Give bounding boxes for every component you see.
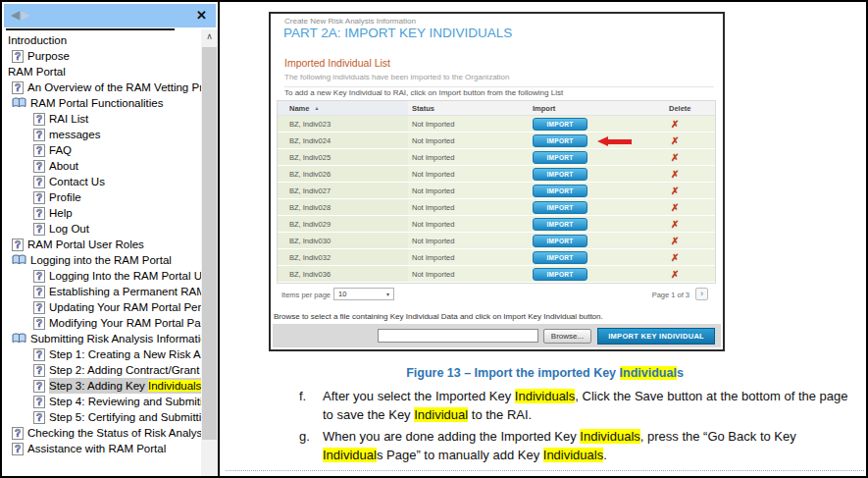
search-highlight: Individual (414, 407, 468, 422)
tree-item[interactable]: Introduction (4, 32, 202, 48)
tree-item[interactable]: ?Establishing a Permanent RAM Po (4, 284, 202, 299)
tree-item[interactable]: RAM Portal Functionalities (4, 95, 202, 111)
import-button[interactable]: IMPORT (533, 218, 587, 231)
close-icon[interactable]: ✕ (196, 8, 207, 23)
tree-item[interactable]: ?Checking the Status of Risk Analysis In (4, 425, 202, 441)
delete-icon[interactable]: ✗ (671, 202, 679, 213)
delete-icon[interactable]: ✗ (671, 135, 679, 146)
import-button[interactable]: IMPORT (533, 118, 587, 131)
nav-arrows: ◀▶ (11, 8, 29, 22)
cell-delete: ✗ (643, 119, 715, 130)
tree-item[interactable]: ?messages (4, 127, 202, 142)
chevron-down-icon: ▾ (386, 291, 389, 297)
list-marker: g. (299, 427, 323, 464)
table-row: BZ, Indiv026Not ImportedIMPORT✗ (278, 166, 715, 183)
cell-delete: ✗ (643, 269, 715, 280)
help-topic-icon: ? (33, 411, 45, 424)
delete-icon[interactable]: ✗ (671, 269, 679, 280)
tree-item[interactable]: Submitting Risk Analysis Information (F (4, 331, 202, 346)
cell-name: BZ, Indiv026 (278, 166, 408, 182)
page-indicator: Page 1 of 3 (652, 291, 689, 299)
scrollbar-up-icon[interactable]: ∧ (201, 29, 218, 45)
tree-item[interactable]: ?Log Out (4, 221, 202, 237)
import-button[interactable]: IMPORT (533, 235, 587, 247)
forward-icon[interactable]: ▶ (21, 8, 29, 22)
back-icon[interactable]: ◀ (11, 8, 20, 22)
tree-item[interactable]: ?Modifying Your RAM Portal Passw (4, 315, 202, 331)
tree-item-selected[interactable]: ?Step 3: Adding Key Individuals (4, 378, 202, 394)
tree-item[interactable]: ?Step 5: Certifying and Submitting F (4, 409, 202, 425)
page-title: PART 2A: IMPORT KEY INDIVIDUALS (283, 26, 512, 40)
tree-item[interactable]: ?Logging Into the RAM Portal Using (4, 268, 202, 284)
column-header-import: Import (528, 104, 643, 113)
column-header-status[interactable]: Status (408, 104, 528, 113)
cell-delete: ✗ (643, 152, 715, 163)
tree-item[interactable]: ?Step 4: Reviewing and Submiting F (4, 394, 202, 409)
import-button[interactable]: IMPORT (533, 151, 587, 164)
search-highlight: Individuals (515, 389, 575, 403)
tree-item[interactable]: ?Contact Us (4, 174, 202, 189)
file-path-input[interactable] (378, 329, 538, 343)
cell-delete: ✗ (643, 219, 715, 230)
cell-import: IMPORT (528, 268, 643, 281)
svg-text:?: ? (15, 428, 21, 439)
delete-icon[interactable]: ✗ (671, 236, 679, 246)
tree-item[interactable]: ?About (4, 158, 202, 174)
items-per-page-select[interactable]: 10 ▾ (333, 288, 394, 300)
svg-text:?: ? (36, 130, 42, 140)
list-item-text: When you are done adding the Imported Ke… (323, 427, 796, 464)
delete-icon[interactable]: ✗ (671, 252, 679, 263)
tree-item[interactable]: ?Updating Your RAM Portal Person (4, 299, 202, 315)
cell-import: IMPORT (528, 218, 643, 231)
delete-icon[interactable]: ✗ (671, 152, 679, 163)
cell-status: Not Imported (408, 220, 528, 229)
import-button[interactable]: IMPORT (533, 268, 587, 281)
delete-icon[interactable]: ✗ (671, 119, 679, 130)
delete-icon[interactable]: ✗ (671, 169, 679, 180)
svg-text:?: ? (36, 287, 42, 297)
delete-icon[interactable]: ✗ (671, 219, 679, 230)
tree-item[interactable]: ?Step 2: Adding Contract/Grant Info (4, 362, 202, 378)
import-key-individual-button[interactable]: IMPORT KEY INDIVIDUAL (597, 328, 715, 345)
delete-icon[interactable]: ✗ (671, 186, 679, 196)
import-button[interactable]: IMPORT (533, 251, 587, 264)
tree-item[interactable]: ?Step 1: Creating a New Risk Analy (4, 346, 202, 362)
help-topic-icon: ? (33, 160, 45, 173)
browse-button[interactable]: Browse... (543, 329, 591, 344)
import-button[interactable]: IMPORT (533, 185, 587, 197)
tree-item[interactable]: ?RAM Portal User Roles (4, 237, 202, 252)
tree-item-label: Help (49, 205, 73, 221)
tree-item[interactable]: Logging into the RAM Portal (4, 252, 202, 268)
cell-status: Not Imported (408, 203, 528, 212)
page-break-divider (226, 470, 864, 471)
open-book-icon (12, 254, 26, 266)
cell-import: IMPORT (528, 251, 643, 264)
tree-item-label: Step 4: Reviewing and Submiting F (49, 394, 202, 409)
column-header-delete: Delete (643, 104, 715, 113)
scrollbar-thumb[interactable] (202, 47, 217, 440)
tree-item[interactable]: ?Profile (4, 189, 202, 205)
cell-status: Not Imported (408, 237, 528, 245)
import-button[interactable]: IMPORT (533, 168, 587, 181)
sidebar-scrollbar[interactable]: ∧ (201, 29, 218, 476)
cell-delete: ✗ (643, 135, 715, 146)
next-page-button[interactable]: › (695, 288, 708, 300)
tree-item[interactable]: ?RAI List (4, 111, 202, 127)
tree-item-label: messages (49, 127, 100, 142)
tree-item[interactable]: ?Help (4, 205, 202, 221)
import-button[interactable]: IMPORT (533, 201, 587, 214)
svg-text:?: ? (36, 318, 42, 329)
tree-item[interactable]: ?Purpose (4, 48, 202, 64)
column-header-name[interactable]: Name ▲ (278, 101, 408, 115)
table-header: Name ▲ Status Import Delete (278, 101, 715, 116)
browse-note: Browse to select a file containing Key I… (274, 312, 603, 321)
import-button[interactable]: IMPORT (533, 134, 587, 147)
tree-item[interactable]: ?An Overview of the RAM Vetting Proce (4, 80, 202, 95)
tree-item[interactable]: ?Assistance with RAM Portal (4, 441, 202, 456)
open-book-icon (12, 97, 26, 109)
svg-text:?: ? (36, 349, 42, 360)
tree-item[interactable]: RAM Portal (4, 64, 202, 80)
individuals-table: Name ▲ Status Import Delete BZ, Indiv023… (277, 100, 716, 284)
tree-item-label: RAM Portal Functionalities (30, 95, 164, 111)
tree-item[interactable]: ?FAQ (4, 142, 202, 158)
